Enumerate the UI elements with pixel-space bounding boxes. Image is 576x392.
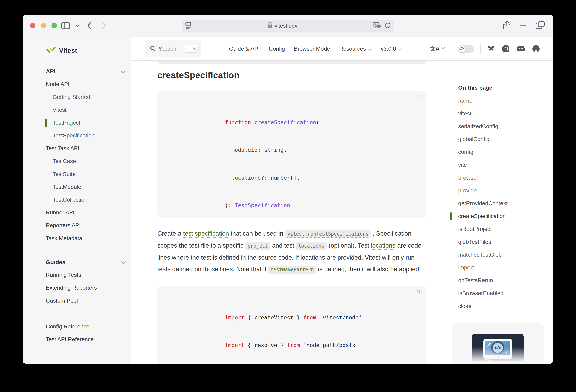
svg-text:文: 文 (378, 25, 380, 28)
sidebar-item[interactable]: Task Metadata (46, 232, 127, 245)
forward-icon (101, 22, 107, 30)
sidebar-item[interactable]: TestCollection (46, 193, 127, 206)
back-button[interactable] (87, 15, 92, 37)
previous-codeblock-remnant (157, 61, 426, 63)
code-line: import { resolve } from 'node:path/posix… (166, 322, 417, 350)
toc-item[interactable]: serializedConfig (458, 120, 553, 133)
sidebar-item[interactable]: TestCase (46, 155, 127, 168)
toc-item[interactable]: name (458, 94, 553, 107)
sidebar-item[interactable]: TestSpecification (46, 129, 127, 142)
sidebar-divider (46, 61, 127, 61)
sidebar-item[interactable]: Custom Pool (46, 294, 127, 307)
site-logo[interactable]: Vitest (46, 45, 127, 56)
main-area: Search ⌘ K Guide & API Config (131, 37, 553, 364)
sidebar-item[interactable]: Runner API (46, 206, 127, 219)
sidebar-item-label: Task Metadata (46, 235, 82, 241)
search-shortcut-badge: ⌘ K (185, 45, 199, 53)
sidebar-item[interactable]: Vitest (46, 104, 127, 116)
search-button[interactable]: Search ⌘ K (145, 40, 201, 57)
sidebar: Vitest API Node API (23, 37, 131, 364)
share-icon[interactable] (503, 21, 511, 31)
discord-icon[interactable] (516, 45, 525, 52)
toc-item[interactable]: config (458, 146, 553, 158)
reload-icon[interactable] (384, 22, 391, 30)
toc-item[interactable]: createSpecification (458, 210, 553, 223)
sidebar-item[interactable]: TestProject (46, 116, 127, 129)
sidebar-item[interactable]: Config Reference (46, 320, 127, 333)
tab-overview-icon[interactable] (536, 21, 545, 30)
chevron-down-icon (75, 24, 80, 27)
nav-link[interactable]: Guide & API (229, 46, 260, 52)
code-token (300, 342, 303, 348)
close-window-button[interactable] (30, 23, 35, 28)
code-lines: function createSpecification( moduleId: … (166, 99, 417, 210)
code-block-example: ts import { createVitest } from 'vitest/… (157, 286, 426, 364)
translate-icon[interactable]: A文 (373, 22, 381, 30)
bluesky-icon[interactable] (487, 45, 495, 53)
mastodon-icon[interactable] (502, 45, 510, 53)
toc-item[interactable]: vitest (458, 107, 553, 120)
toc-item-label: createSpecification (458, 213, 506, 219)
toc-item[interactable]: vite (458, 158, 553, 171)
code-lang-badge: ts (417, 289, 421, 294)
toc-item[interactable]: import (458, 261, 553, 274)
sidebar-menu-chevron-button[interactable] (75, 15, 80, 37)
sidebar-item[interactable]: TestSuite (46, 168, 127, 181)
toc-item[interactable]: close (458, 300, 553, 313)
toc-item-label: matchesTestGlob (458, 252, 502, 258)
on-this-page-aside: On this page name vitest serializedConfi… (451, 60, 553, 313)
github-icon[interactable] (532, 45, 540, 53)
toc-item-label: name (458, 97, 472, 104)
toggle-sidebar-button[interactable] (61, 15, 70, 37)
language-menu-button[interactable]: 文A (430, 45, 445, 53)
paragraph-run: test specification (183, 230, 229, 237)
toc-item[interactable]: browser (458, 171, 553, 184)
code-token: number (271, 175, 290, 181)
code-token: , (284, 147, 287, 153)
sidebar-item[interactable]: Node API (46, 78, 127, 91)
toc-item-label: globTestFiles (458, 239, 491, 245)
sidebar-item[interactable]: Getting Started (46, 91, 127, 104)
address-bar[interactable]: vitest.dev A文 (181, 20, 395, 32)
translate-icon: 文A (430, 45, 439, 53)
sidebar-item-label: TestProject (53, 120, 80, 126)
minimize-window-button[interactable] (41, 23, 46, 28)
forward-button[interactable] (101, 15, 107, 37)
sidebar-item[interactable]: TestModule (46, 181, 127, 193)
toc-item[interactable]: globalConfig (458, 133, 553, 146)
toc-item[interactable]: onTestsRerun (458, 274, 553, 287)
toc-item[interactable]: provide (458, 184, 553, 197)
nav-link-label: Browser Mode (294, 46, 330, 52)
sidebar-item[interactable]: Test Task API (46, 142, 127, 155)
sidebar-item[interactable] (46, 251, 127, 251)
sidebar-item[interactable]: Extending Reporters (46, 281, 127, 294)
code-token: from (303, 314, 316, 321)
toc-item[interactable]: globTestFiles (458, 236, 553, 248)
zoom-window-button[interactable] (51, 23, 57, 28)
sidebar-item-label: Custom Pool (46, 298, 78, 304)
nav-link[interactable]: Resources (339, 45, 372, 52)
sidebar-item-label: Config Reference (46, 323, 89, 330)
reader-view-icon[interactable] (185, 21, 192, 30)
page-content[interactable]: createSpecification ts function createSp… (131, 60, 553, 364)
code-line: ): TestSpecification (166, 182, 417, 210)
sidebar-item[interactable]: API (46, 67, 126, 76)
toc-item[interactable]: getProvidedContext (458, 197, 553, 210)
sidebar-item[interactable]: Guides (46, 258, 126, 267)
chevron-down-icon (120, 67, 126, 76)
toc-item[interactable]: isRootProject (458, 223, 553, 236)
paragraph-run: vitest.runTestSpecifications (285, 230, 371, 238)
theme-toggle[interactable] (458, 45, 474, 53)
new-tab-icon[interactable] (519, 21, 527, 30)
nav-link[interactable]: Browser Mode (294, 46, 330, 52)
nav-link[interactable]: Config (269, 46, 285, 52)
sidebar-item[interactable]: Test API Reference (46, 333, 127, 346)
nav-link[interactable]: v3.0.0 (381, 45, 402, 52)
toc-item[interactable]: isBrowserEnabled (458, 287, 553, 300)
sidebar-item[interactable]: Running Tests (46, 269, 127, 281)
toc-item[interactable]: matchesTestGlob (458, 248, 553, 261)
code-token (225, 175, 232, 181)
sidebar-item[interactable]: Reporters API (46, 219, 127, 232)
toc-item-label: onTestsRerun (458, 277, 493, 283)
sponsor-card[interactable]: </> (452, 323, 544, 364)
